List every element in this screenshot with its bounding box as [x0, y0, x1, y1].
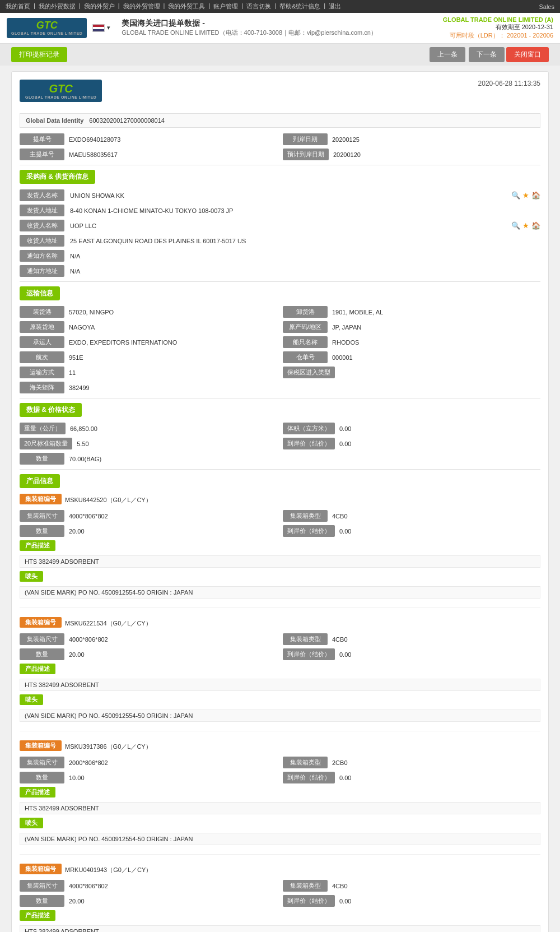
container-item-1: 集装箱编号 MSKU6221534（G0／L／CY） 集装箱尺寸 4000*80… [20, 617, 540, 731]
unit-price-label: 到岸价（结价） [283, 438, 335, 449]
consignee-name-label: 收货人名称 [20, 220, 64, 231]
load-port-value: 57020, NINGPO [69, 309, 277, 316]
card-logo: GTC GLOBAL TRADE ONLINE LIMITED [20, 80, 102, 102]
bonded-pair: 保税区进入类型 [283, 367, 540, 378]
nav-management[interactable]: 我的外贸管理 [123, 2, 160, 11]
container-price-label-3: 到岸价（结价） [283, 895, 335, 907]
card-logo-gtc: GTC [49, 82, 73, 95]
next-button-top[interactable]: 下一条 [469, 47, 505, 62]
shipper-addr-label: 发货人地址 [20, 205, 64, 216]
shipper-name-value: UNION SHOWA KK [70, 192, 506, 199]
container-size-row-3: 集装箱尺寸 4000*806*802 集装箱类型 4CB0 [20, 880, 540, 892]
unit-price-pair: 到岸价（结价） 0.00 [283, 438, 540, 449]
load-port-label: 装货港 [20, 306, 64, 318]
containers-list: 集装箱编号 MSKU6442520（G0／L／CY） 集装箱尺寸 4000*80… [20, 494, 540, 932]
container-qty-value-1: 20.00 [69, 651, 277, 658]
container-tag-number-2: MSKU3917386（G0／L／CY） [65, 743, 152, 751]
dest-port-label: 卸货港 [283, 306, 328, 318]
container-type-label-1: 集装箱类型 [283, 633, 328, 645]
consignee-name-value: UOP LLC [70, 222, 506, 229]
consignee-star-icon[interactable]: ★ [522, 221, 529, 230]
container-mark-tag-2: 唛头 [20, 818, 43, 828]
container-size-value-2: 2000*806*802 [69, 759, 277, 766]
global-id-label: Global Data Identity [26, 117, 83, 124]
consignee-home-icon[interactable]: 🏠 [531, 221, 540, 230]
nav-home[interactable]: 我的首页 [6, 2, 30, 11]
container-size-label-1: 集装箱尺寸 [20, 633, 64, 645]
arrive-date-value: 20200125 [332, 136, 540, 143]
consignee-addr-label: 收货人地址 [20, 235, 64, 247]
sales-label: Sales [539, 3, 554, 10]
record-date: 2020-06-28 11:13:35 [478, 80, 540, 87]
nav-language[interactable]: 语言切换 [246, 2, 271, 11]
shipper-star-icon[interactable]: ★ [522, 191, 529, 200]
shipping-section-header: 运输信息 [20, 286, 60, 300]
container-size-value-1: 4000*806*802 [69, 636, 277, 643]
voyage-label: 航次 [20, 351, 64, 363]
nav-help[interactable]: 帮助&统计信息 [279, 2, 320, 11]
container-qty-value-3: 20.00 [69, 898, 277, 905]
voyage-value: 951E [69, 354, 277, 361]
container-desc-value-1: HTS 382499 ADSORBENT [20, 679, 540, 691]
container-mark-value-0: (VAN SIDE MARK) PO NO. 4500912554-50 ORI… [20, 586, 540, 599]
container-qty-value-2: 10.00 [69, 775, 277, 781]
consignee-addr-value: 25 EAST ALGONQUIN ROAD DES PLAINES IL 60… [70, 238, 540, 244]
nav-account[interactable]: 账户管理 [213, 2, 238, 11]
forwarder-pair: 承运人 EXDO, EXPEDITORS INTERNATIONO [20, 336, 277, 348]
voyage-pair: 航次 951E [20, 351, 277, 363]
weight-pair: 重量（公斤） 66,850.00 [20, 423, 277, 434]
close-button-top[interactable]: 关闭窗口 [506, 47, 549, 62]
company-info: GLOBAL TRADE ONLINE LIMITED（电话：400-710-3… [116, 29, 377, 37]
prev-button-top[interactable]: 上一条 [430, 47, 465, 62]
container-tag-number-1: MSKU6221534（G0／L／CY） [65, 619, 152, 628]
container-type-value-0: 4CB0 [332, 513, 540, 520]
nav-customers[interactable]: 我的外贸户 [84, 2, 115, 11]
container-mark-value-1: (VAN SIDE MARK) PO NO. 4500912554-50 ORI… [20, 710, 540, 722]
weight-row: 重量（公斤） 66,850.00 体积（立方米） 0.00 [20, 423, 540, 434]
nav-trade-data[interactable]: 我的外贸数据 [39, 2, 76, 11]
product-section-header: 产品信息 [20, 474, 60, 488]
bill-lading-pair: 仓单号 000001 [283, 351, 540, 363]
nav-logout[interactable]: 退出 [329, 2, 341, 11]
container-item-2: 集装箱编号 MSKU3917386（G0／L／CY） 集装箱尺寸 2000*80… [20, 740, 540, 855]
bill-lading-value: 000001 [332, 354, 540, 361]
card-logo-sub: GLOBAL TRADE ONLINE LIMITED [25, 95, 96, 99]
shipper-section-header: 采购商 & 供货商信息 [20, 170, 95, 184]
nav-tools[interactable]: 我的外贸工具 [168, 2, 205, 11]
origin-place-label: 原装货地 [20, 321, 64, 333]
container-item-0: 集装箱编号 MSKU6442520（G0／L／CY） 集装箱尺寸 4000*80… [20, 494, 540, 608]
volume-value: 0.00 [339, 425, 540, 432]
origin-row: 原装货地 NAGOYA 原产码/地区 JP, JAPAN [20, 321, 540, 333]
origin-place-pair: 原装货地 NAGOYA [20, 321, 277, 333]
shipper-search-icon[interactable]: 🔍 [511, 191, 520, 200]
container-desc-tag-3: 产品描述 [20, 910, 55, 921]
bill-no-value: EXDO6940128073 [69, 136, 277, 143]
arrive-date-pair: 到岸日期 20200125 [283, 133, 540, 145]
weight-value: 66,850.00 [70, 425, 277, 432]
customs-pair: 海关矩阵 382499 [20, 382, 277, 393]
shipping-section: 运输信息 装货港 57020, NINGPO 卸货港 1901, MOBILE,… [20, 286, 540, 393]
container-type-value-3: 4CB0 [332, 883, 540, 889]
container-desc-tag-0: 产品描述 [20, 540, 55, 551]
customs-row: 海关矩阵 382499 [20, 382, 540, 393]
flag-area: ▾ [92, 24, 110, 32]
consignee-search-icon[interactable]: 🔍 [511, 221, 520, 230]
volume-pair: 体积（立方米） 0.00 [283, 423, 540, 434]
shipper-home-icon[interactable]: 🏠 [531, 191, 540, 200]
container-price-value-3: 0.00 [339, 898, 540, 905]
flag-dropdown-icon[interactable]: ▾ [107, 24, 110, 31]
print-button-top[interactable]: 打印提柜记录 [11, 47, 67, 62]
card-header: GTC GLOBAL TRADE ONLINE LIMITED 2020-06-… [20, 80, 540, 106]
container-price-label-2: 到岸价（结价） [283, 772, 335, 783]
vessel-label: 船只名称 [283, 336, 328, 348]
logo-sub-text: GLOBAL TRADE ONLINE LIMITED [11, 31, 82, 36]
container-qty-label-3: 数量 [20, 895, 64, 907]
unit-price-value: 0.00 [339, 441, 540, 447]
main-content: GTC GLOBAL TRADE ONLINE LIMITED 2020-06-… [0, 66, 560, 932]
origin-region-value: JP, JAPAN [332, 324, 540, 331]
notify-name-value: N/A [70, 253, 540, 259]
container-mark-tag-1: 唛头 [20, 694, 43, 705]
notify-addr-value: N/A [70, 268, 540, 275]
forwarder-value: EXDO, EXPEDITORS INTERNATIONO [69, 339, 277, 346]
arrive-date-label: 到岸日期 [283, 133, 328, 145]
